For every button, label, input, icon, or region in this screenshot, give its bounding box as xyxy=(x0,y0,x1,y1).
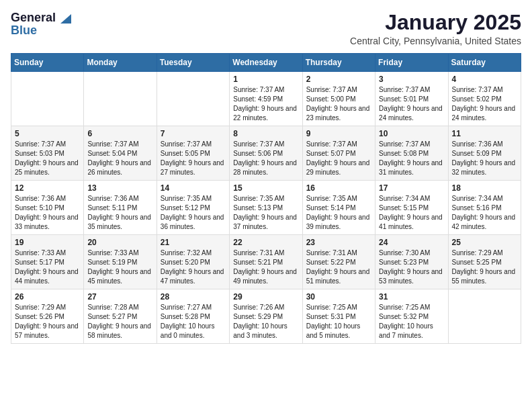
calendar-cell: 27Sunrise: 7:28 AMSunset: 5:27 PMDayligh… xyxy=(84,289,157,344)
day-number: 7 xyxy=(161,129,226,138)
day-info: Sunrise: 7:37 AMSunset: 5:00 PMDaylight:… xyxy=(306,85,371,123)
weekday-header-wednesday: Wednesday xyxy=(230,54,302,72)
calendar-cell: 4Sunrise: 7:37 AMSunset: 5:02 PMDaylight… xyxy=(448,72,521,126)
weekday-header-thursday: Thursday xyxy=(302,54,375,72)
day-info: Sunrise: 7:29 AMSunset: 5:26 PMDaylight:… xyxy=(15,303,80,340)
title-block: January 2025 Central City, Pennsylvania,… xyxy=(350,11,521,46)
calendar-cell: 31Sunrise: 7:25 AMSunset: 5:32 PMDayligh… xyxy=(375,289,448,344)
weekday-header-friday: Friday xyxy=(375,54,448,72)
day-number: 11 xyxy=(452,129,517,138)
calendar-cell: 11Sunrise: 7:36 AMSunset: 5:09 PMDayligh… xyxy=(448,126,521,181)
calendar-cell: 8Sunrise: 7:37 AMSunset: 5:06 PMDaylight… xyxy=(230,126,302,181)
calendar-cell: 29Sunrise: 7:26 AMSunset: 5:29 PMDayligh… xyxy=(230,289,302,344)
calendar-cell: 26Sunrise: 7:29 AMSunset: 5:26 PMDayligh… xyxy=(11,289,84,344)
calendar-cell xyxy=(157,72,229,126)
calendar-cell: 14Sunrise: 7:35 AMSunset: 5:12 PMDayligh… xyxy=(157,181,229,235)
day-number: 13 xyxy=(87,183,152,193)
day-info: Sunrise: 7:37 AMSunset: 5:08 PMDaylight:… xyxy=(379,140,444,177)
day-number: 16 xyxy=(306,183,371,193)
day-info: Sunrise: 7:25 AMSunset: 5:31 PMDaylight:… xyxy=(306,303,371,340)
calendar-cell: 22Sunrise: 7:31 AMSunset: 5:21 PMDayligh… xyxy=(230,235,302,289)
day-number: 26 xyxy=(15,292,80,302)
calendar-table: SundayMondayTuesdayWednesdayThursdayFrid… xyxy=(11,53,521,344)
logo-blue-text: Blue xyxy=(11,24,37,38)
day-info: Sunrise: 7:37 AMSunset: 5:01 PMDaylight:… xyxy=(379,85,444,123)
day-info: Sunrise: 7:31 AMSunset: 5:21 PMDaylight:… xyxy=(233,248,298,286)
day-number: 10 xyxy=(379,129,444,138)
day-number: 22 xyxy=(233,238,298,247)
calendar-cell: 7Sunrise: 7:37 AMSunset: 5:05 PMDaylight… xyxy=(157,126,229,181)
calendar-cell: 24Sunrise: 7:30 AMSunset: 5:23 PMDayligh… xyxy=(375,235,448,289)
day-number: 5 xyxy=(15,129,80,138)
weekday-header-tuesday: Tuesday xyxy=(157,54,229,72)
day-info: Sunrise: 7:34 AMSunset: 5:16 PMDaylight:… xyxy=(452,194,517,232)
calendar-cell: 10Sunrise: 7:37 AMSunset: 5:08 PMDayligh… xyxy=(375,126,448,181)
calendar-cell: 1Sunrise: 7:37 AMSunset: 4:59 PMDaylight… xyxy=(230,72,302,126)
week-row-3: 12Sunrise: 7:36 AMSunset: 5:10 PMDayligh… xyxy=(11,181,521,235)
calendar-cell: 23Sunrise: 7:31 AMSunset: 5:22 PMDayligh… xyxy=(302,235,375,289)
calendar-cell: 19Sunrise: 7:33 AMSunset: 5:17 PMDayligh… xyxy=(11,235,84,289)
calendar-cell: 20Sunrise: 7:33 AMSunset: 5:19 PMDayligh… xyxy=(84,235,157,289)
day-number: 24 xyxy=(379,238,444,247)
day-number: 19 xyxy=(15,238,80,247)
day-info: Sunrise: 7:33 AMSunset: 5:17 PMDaylight:… xyxy=(15,248,80,286)
day-number: 12 xyxy=(15,183,80,193)
day-info: Sunrise: 7:34 AMSunset: 5:15 PMDaylight:… xyxy=(379,194,444,232)
day-info: Sunrise: 7:26 AMSunset: 5:29 PMDaylight:… xyxy=(233,303,298,340)
day-info: Sunrise: 7:37 AMSunset: 5:04 PMDaylight:… xyxy=(87,140,152,177)
weekday-header-row: SundayMondayTuesdayWednesdayThursdayFrid… xyxy=(11,54,521,72)
calendar-cell: 6Sunrise: 7:37 AMSunset: 5:04 PMDaylight… xyxy=(84,126,157,181)
day-info: Sunrise: 7:36 AMSunset: 5:10 PMDaylight:… xyxy=(15,194,80,232)
calendar-cell: 13Sunrise: 7:36 AMSunset: 5:11 PMDayligh… xyxy=(84,181,157,235)
logo-triangle-icon xyxy=(60,14,71,24)
day-info: Sunrise: 7:37 AMSunset: 5:03 PMDaylight:… xyxy=(15,140,80,177)
day-info: Sunrise: 7:30 AMSunset: 5:23 PMDaylight:… xyxy=(379,248,444,286)
day-info: Sunrise: 7:33 AMSunset: 5:19 PMDaylight:… xyxy=(87,248,152,286)
day-number: 30 xyxy=(306,292,371,302)
calendar-cell xyxy=(84,72,157,126)
calendar-cell: 15Sunrise: 7:35 AMSunset: 5:13 PMDayligh… xyxy=(230,181,302,235)
day-info: Sunrise: 7:35 AMSunset: 5:14 PMDaylight:… xyxy=(306,194,371,232)
day-number: 23 xyxy=(306,238,371,247)
day-info: Sunrise: 7:29 AMSunset: 5:25 PMDaylight:… xyxy=(452,248,517,286)
page-header: General Blue January 2025 Central City, … xyxy=(11,11,521,46)
day-info: Sunrise: 7:27 AMSunset: 5:28 PMDaylight:… xyxy=(161,303,226,340)
day-number: 29 xyxy=(233,292,298,302)
day-info: Sunrise: 7:32 AMSunset: 5:20 PMDaylight:… xyxy=(161,248,226,286)
day-number: 14 xyxy=(161,183,226,193)
week-row-5: 26Sunrise: 7:29 AMSunset: 5:26 PMDayligh… xyxy=(11,289,521,344)
weekday-header-monday: Monday xyxy=(84,54,157,72)
day-info: Sunrise: 7:25 AMSunset: 5:32 PMDaylight:… xyxy=(379,303,444,340)
day-number: 31 xyxy=(379,292,444,302)
day-number: 27 xyxy=(87,292,152,302)
logo-general-text: General xyxy=(11,11,56,24)
day-info: Sunrise: 7:37 AMSunset: 5:05 PMDaylight:… xyxy=(161,140,226,177)
day-info: Sunrise: 7:36 AMSunset: 5:09 PMDaylight:… xyxy=(452,140,517,177)
week-row-4: 19Sunrise: 7:33 AMSunset: 5:17 PMDayligh… xyxy=(11,235,521,289)
logo: General Blue xyxy=(11,11,71,38)
day-info: Sunrise: 7:37 AMSunset: 5:07 PMDaylight:… xyxy=(306,140,371,177)
calendar-cell: 16Sunrise: 7:35 AMSunset: 5:14 PMDayligh… xyxy=(302,181,375,235)
day-number: 15 xyxy=(233,183,298,193)
day-number: 3 xyxy=(379,75,444,84)
day-info: Sunrise: 7:35 AMSunset: 5:12 PMDaylight:… xyxy=(161,194,226,232)
calendar-cell: 17Sunrise: 7:34 AMSunset: 5:15 PMDayligh… xyxy=(375,181,448,235)
calendar-cell: 28Sunrise: 7:27 AMSunset: 5:28 PMDayligh… xyxy=(157,289,229,344)
day-number: 8 xyxy=(233,129,298,138)
week-row-1: 1Sunrise: 7:37 AMSunset: 4:59 PMDaylight… xyxy=(11,72,521,126)
month-title: January 2025 xyxy=(350,11,521,34)
calendar-cell: 21Sunrise: 7:32 AMSunset: 5:20 PMDayligh… xyxy=(157,235,229,289)
day-number: 4 xyxy=(452,75,517,84)
day-number: 20 xyxy=(87,238,152,247)
calendar-cell: 12Sunrise: 7:36 AMSunset: 5:10 PMDayligh… xyxy=(11,181,84,235)
day-number: 1 xyxy=(233,75,298,84)
calendar-cell: 9Sunrise: 7:37 AMSunset: 5:07 PMDaylight… xyxy=(302,126,375,181)
day-info: Sunrise: 7:31 AMSunset: 5:22 PMDaylight:… xyxy=(306,248,371,286)
day-info: Sunrise: 7:35 AMSunset: 5:13 PMDaylight:… xyxy=(233,194,298,232)
day-number: 2 xyxy=(306,75,371,84)
calendar-cell xyxy=(448,289,521,344)
weekday-header-saturday: Saturday xyxy=(448,54,521,72)
week-row-2: 5Sunrise: 7:37 AMSunset: 5:03 PMDaylight… xyxy=(11,126,521,181)
day-info: Sunrise: 7:37 AMSunset: 5:02 PMDaylight:… xyxy=(452,85,517,123)
day-number: 6 xyxy=(87,129,152,138)
